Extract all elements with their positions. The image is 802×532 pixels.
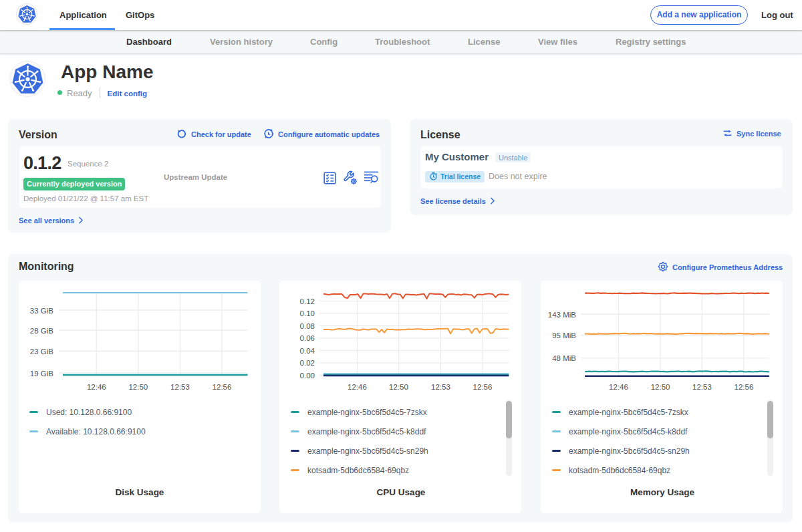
svg-text:19 GiB: 19 GiB: [30, 370, 53, 378]
svg-text:0.02: 0.02: [300, 359, 315, 367]
svg-text:12:46: 12:46: [609, 383, 628, 391]
svg-text:12:50: 12:50: [128, 383, 148, 391]
svg-text:12:50: 12:50: [389, 383, 408, 391]
svg-text:0.08: 0.08: [300, 322, 315, 330]
svg-text:0.12: 0.12: [300, 297, 315, 305]
svg-text:28 GiB: 28 GiB: [30, 327, 53, 335]
svg-text:12:53: 12:53: [692, 383, 712, 391]
svg-text:12:56: 12:56: [734, 383, 754, 391]
svg-text:33 GiB: 33 GiB: [30, 307, 53, 315]
svg-text:95 MiB: 95 MiB: [552, 331, 576, 340]
svg-text:0.00: 0.00: [300, 372, 315, 380]
svg-text:0.04: 0.04: [300, 347, 315, 355]
svg-text:143 MiB: 143 MiB: [548, 311, 577, 319]
svg-text:12:53: 12:53: [170, 383, 190, 391]
svg-text:23 GiB: 23 GiB: [30, 348, 53, 356]
svg-text:48 MiB: 48 MiB: [552, 354, 576, 362]
svg-text:12:46: 12:46: [348, 383, 367, 391]
svg-text:0.10: 0.10: [300, 309, 315, 317]
svg-text:12:56: 12:56: [213, 383, 232, 391]
svg-text:0.06: 0.06: [300, 334, 315, 342]
svg-text:12:53: 12:53: [431, 383, 450, 391]
svg-text:12:56: 12:56: [473, 383, 493, 391]
svg-text:12:50: 12:50: [651, 383, 670, 391]
svg-text:12:46: 12:46: [87, 383, 106, 391]
